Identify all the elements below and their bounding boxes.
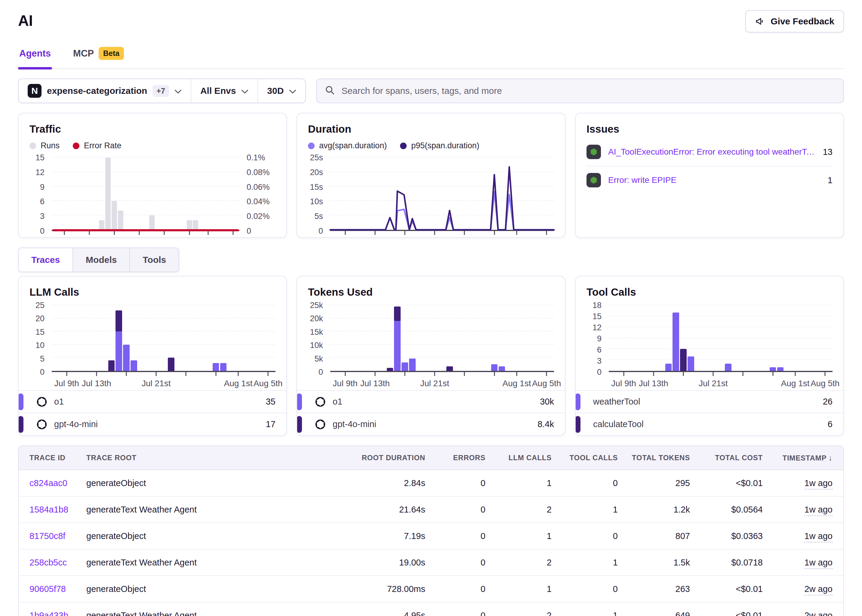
- y-axis-labels-right: 00.02%0.04%0.06%0.08%0.1%: [247, 158, 275, 231]
- legend-item-p95-span-duration-[interactable]: p95(span.duration): [400, 141, 479, 150]
- column-header-timestamp[interactable]: TIMESTAMP↓: [763, 453, 843, 463]
- traffic-plot: [52, 158, 239, 231]
- tab-mcp-label: MCP: [73, 48, 94, 59]
- axis-tick: [156, 372, 157, 376]
- search-input[interactable]: [341, 85, 835, 96]
- cell-trace-id: 90605f78: [19, 584, 86, 594]
- legend-row-gpt-4o-mini[interactable]: gpt-4o-mini8.4k: [297, 413, 565, 435]
- cell-tool-calls: 0: [552, 478, 618, 488]
- x-axis-label: Jul 13th: [360, 237, 390, 238]
- axis-tick: [233, 231, 234, 235]
- legend-item-avg-span-duration-[interactable]: avg(span.duration): [308, 141, 387, 150]
- legend-row-o1[interactable]: o135: [19, 390, 286, 413]
- column-header-tool-calls[interactable]: TOOL CALLS: [552, 454, 618, 462]
- tab-tools[interactable]: Tools: [130, 248, 179, 272]
- table-header-row: TRACE IDTRACE ROOTROOT DURATIONERRORSLLM…: [19, 446, 843, 470]
- tab-models[interactable]: Models: [73, 248, 130, 272]
- bar-segment-runs: [187, 220, 192, 230]
- cell-total-cost: $0.0718: [690, 558, 763, 567]
- y-axis-label: 25s: [310, 153, 323, 162]
- legend-row-gpt-4o-mini[interactable]: gpt-4o-mini17: [19, 413, 286, 435]
- column-header-trace-root[interactable]: TRACE ROOT: [86, 454, 352, 462]
- gridline: [609, 348, 832, 349]
- y-axis-label: 15: [36, 328, 44, 337]
- cell-errors: 0: [425, 505, 485, 515]
- trace-id-link[interactable]: c824aac0: [30, 478, 68, 488]
- trace-id-link[interactable]: 1b9a433b: [30, 611, 68, 616]
- timestamp-value[interactable]: 2w ago: [804, 611, 832, 616]
- cell-timestamp: 1w ago: [763, 531, 843, 541]
- timestamp-value[interactable]: 1w ago: [804, 531, 832, 543]
- traces-table: TRACE IDTRACE ROOTROOT DURATIONERRORSLLM…: [18, 445, 844, 616]
- issue-link[interactable]: Error: write EPIPE: [608, 175, 821, 185]
- date-range-selector[interactable]: 30D: [258, 79, 305, 102]
- cell-trace-id: 258cb5cc: [19, 558, 86, 567]
- bar-segment-o1: [130, 360, 137, 371]
- overview-cards: TrafficRunsError Rate0369121500.02%0.04%…: [18, 113, 844, 238]
- cell-root-duration: 728.00ms: [352, 584, 425, 594]
- issue-event-count: 13: [823, 147, 832, 157]
- y-axis-label: 12: [592, 323, 601, 332]
- legend-dot: [400, 143, 407, 149]
- timestamp-value[interactable]: 1w ago: [804, 558, 832, 569]
- project-name: expense-categorization: [47, 86, 147, 96]
- legend-item-runs[interactable]: Runs: [30, 141, 60, 150]
- chart-title: Tokens Used: [308, 286, 554, 298]
- duration-card: Durationavg(span.duration)p95(span.durat…: [297, 113, 565, 238]
- cell-llm-calls: 1: [485, 478, 552, 488]
- column-header-label: TOTAL TOKENS: [632, 454, 690, 462]
- cell-total-tokens: 1.5k: [618, 558, 690, 567]
- legend-row-calculatetool[interactable]: calculateTool6: [576, 413, 843, 435]
- timestamp-value[interactable]: 1w ago: [804, 478, 832, 490]
- x-axis-label: Aug 1st: [224, 379, 253, 388]
- bar-segment-o1: [499, 366, 505, 371]
- axis-tick: [208, 231, 209, 235]
- gridline: [52, 357, 275, 358]
- tokens_used-totals: o130kgpt-4o-mini8.4k: [297, 390, 565, 435]
- timestamp-value[interactable]: 2w ago: [804, 584, 832, 596]
- column-header-total-cost[interactable]: TOTAL COST: [690, 454, 763, 462]
- top-tab-bar: Agents MCP Beta: [18, 47, 844, 69]
- cell-root-duration: 19.00s: [352, 558, 425, 567]
- bar-segment-o1: [116, 332, 122, 371]
- cell-timestamp: 1w ago: [763, 505, 843, 515]
- trace-id-link[interactable]: 1584a1b8: [30, 505, 68, 514]
- trace-id-link[interactable]: 90605f78: [30, 584, 66, 594]
- column-header-label: TRACE ROOT: [86, 454, 137, 462]
- x-axis-label: Aug 1st: [502, 379, 531, 388]
- trace-id-link[interactable]: 258cb5cc: [30, 558, 67, 567]
- column-header-total-tokens[interactable]: TOTAL TOKENS: [618, 454, 690, 462]
- timestamp-value[interactable]: 1w ago: [804, 505, 832, 516]
- chart-legend: avg(span.duration)p95(span.duration): [308, 141, 554, 150]
- column-header-label: ERRORS: [453, 454, 485, 462]
- legend-row-o1[interactable]: o130k: [297, 390, 565, 413]
- tab-agents[interactable]: Agents: [18, 47, 52, 68]
- project-selector[interactable]: N expense-categorization +7: [19, 79, 191, 102]
- tab-mcp[interactable]: MCP Beta: [72, 47, 125, 68]
- axis-tick: [185, 372, 187, 376]
- legend-item-error-rate[interactable]: Error Rate: [73, 141, 121, 150]
- tab-traces[interactable]: Traces: [19, 248, 73, 272]
- bar-segment-o1: [394, 321, 400, 371]
- column-header-errors[interactable]: ERRORS: [425, 454, 485, 462]
- trace-id-link[interactable]: 81750c8f: [30, 531, 65, 541]
- y-axis-label: 20: [36, 314, 44, 324]
- series-color-chip: [575, 416, 581, 433]
- give-feedback-button[interactable]: Give Feedback: [745, 10, 844, 33]
- table-row: 1b9a433bgenerateText Weather Agent4.95s0…: [19, 602, 843, 616]
- bar-segment-gpt-4o-mini: [168, 358, 174, 371]
- column-header-trace-id[interactable]: TRACE ID: [19, 454, 86, 462]
- column-header-root-duration[interactable]: ROOT DURATION: [352, 454, 425, 462]
- bar-segment-weathertool: [777, 367, 784, 371]
- duration-card-body: Durationavg(span.duration)p95(span.durat…: [297, 113, 565, 237]
- legend-row-weathertool[interactable]: weatherTool26: [576, 390, 843, 413]
- llm_calls-plot: [52, 305, 275, 372]
- column-header-llm-calls[interactable]: LLM CALLS: [485, 454, 552, 462]
- issue-link[interactable]: AI_ToolExecutionError: Error executing t…: [608, 147, 816, 157]
- axis-tick: [96, 372, 97, 376]
- environment-selector[interactable]: All Envs: [191, 79, 258, 102]
- y-axis-label: 10: [36, 341, 44, 350]
- axis-tick: [268, 372, 268, 376]
- bar-segment-runs: [149, 215, 155, 230]
- nodejs-platform-icon: [587, 145, 601, 159]
